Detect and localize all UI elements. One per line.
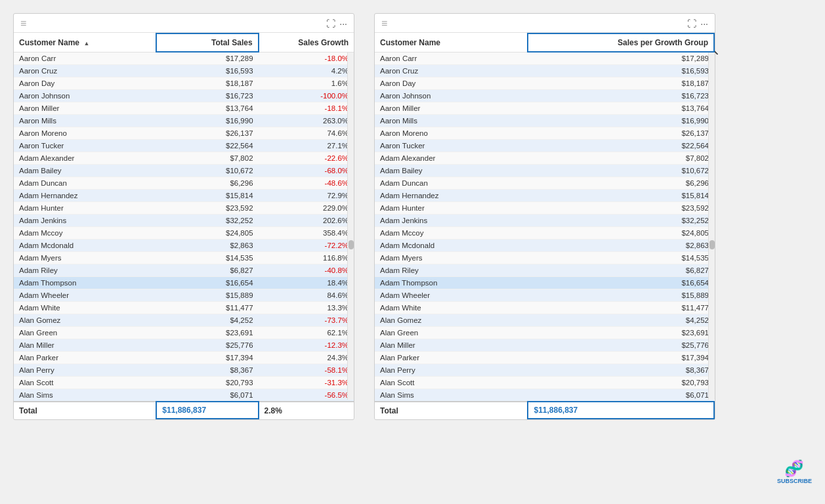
- table2-container: Customer Name Sales per Growth Group Aar…: [375, 33, 715, 419]
- menu-icon-2[interactable]: ···: [700, 18, 708, 29]
- expand-icon-1[interactable]: ⛶: [326, 18, 335, 29]
- subscribe-icon: 🧬: [784, 459, 804, 478]
- table-row[interactable]: Adam Jenkins $32,252 202.6%: [14, 215, 354, 227]
- table-row[interactable]: Alan Perry $8,367: [375, 364, 714, 377]
- subscribe-badge[interactable]: 🧬 SUBSCRIBE: [777, 459, 812, 484]
- table-row[interactable]: Adam Duncan $6,296: [375, 177, 714, 190]
- table-row[interactable]: Aaron Johnson $16,723 -100.0%: [14, 90, 354, 102]
- table-row[interactable]: Adam Myers $14,535 116.8%: [14, 252, 354, 264]
- table-row[interactable]: Adam Hernandez $15,814: [375, 190, 714, 202]
- menu-icon-1[interactable]: ···: [339, 18, 347, 29]
- table-row[interactable]: Adam Thompson $16,654 18.4%: [14, 277, 354, 289]
- growth-cell: 358.4%: [259, 227, 354, 240]
- table-row[interactable]: Alan Scott $20,793: [375, 377, 714, 389]
- col-customer-name-2[interactable]: Customer Name: [375, 33, 528, 52]
- table1-scrollbar[interactable]: [347, 52, 354, 400]
- table2-scrollbar[interactable]: [708, 52, 715, 400]
- table-row[interactable]: Aaron Cruz $16,593 4.2%: [14, 65, 354, 77]
- col-sales-growth[interactable]: Sales Growth: [259, 33, 354, 52]
- table-row[interactable]: Adam Myers $14,535: [375, 252, 714, 264]
- table-row[interactable]: Alan Parker $17,394: [375, 352, 714, 364]
- customer-name-cell: Aaron Mills: [14, 115, 156, 127]
- table-row[interactable]: Adam Bailey $10,672: [375, 165, 714, 177]
- drag-handle-2[interactable]: ≡: [381, 18, 388, 30]
- table1: Customer Name ▲ Total Sales Sales Growth…: [14, 33, 354, 419]
- customer-name-cell: Aaron Moreno: [375, 127, 528, 140]
- table-row[interactable]: Adam Mcdonald $2,863 -72.2%: [14, 240, 354, 252]
- table-row[interactable]: Adam Duncan $6,296 -48.6%: [14, 177, 354, 190]
- table-row[interactable]: Alan Miller $25,776 -12.3%: [14, 339, 354, 352]
- sales-cell: $20,793: [156, 377, 258, 389]
- table2-scrollbar-thumb[interactable]: [709, 240, 715, 249]
- table-row[interactable]: Aaron Tucker $22,564: [375, 140, 714, 152]
- table-row[interactable]: Adam White $11,477: [375, 302, 714, 314]
- table-row[interactable]: Alan Miller $25,776: [375, 339, 714, 352]
- value-cell: $14,535: [528, 252, 714, 264]
- col-customer-name-1[interactable]: Customer Name ▲: [14, 33, 156, 52]
- table-row[interactable]: Aaron Carr $17,289 -18.0%: [14, 52, 354, 65]
- table-row[interactable]: Aaron Johnson $16,723: [375, 90, 714, 102]
- table-row[interactable]: Alan Scott $20,793 -31.3%: [14, 377, 354, 389]
- customer-name-cell: Adam Duncan: [375, 177, 528, 190]
- table-row[interactable]: Aaron Mills $16,990 263.0%: [14, 115, 354, 127]
- table-row[interactable]: Adam Wheeler $15,889: [375, 289, 714, 302]
- drag-handle-1[interactable]: ≡: [20, 18, 27, 30]
- table1-scrollbar-thumb[interactable]: [349, 240, 354, 249]
- table-row[interactable]: Adam Mccoy $24,805 358.4%: [14, 227, 354, 240]
- table-row[interactable]: Adam Jenkins $32,252: [375, 215, 714, 227]
- sales-cell: $6,071: [156, 389, 258, 402]
- table-row[interactable]: Adam Mccoy $24,805: [375, 227, 714, 240]
- customer-name-cell: Alan Scott: [14, 377, 156, 389]
- table-row[interactable]: Adam Alexander $7,802 -22.6%: [14, 152, 354, 165]
- table2-body: Aaron Carr $17,289 Aaron Cruz $16,593 Aa…: [375, 52, 714, 402]
- table-row[interactable]: Adam Hunter $23,592: [375, 202, 714, 215]
- table-row[interactable]: Aaron Day $18,187: [375, 77, 714, 90]
- table-row[interactable]: Aaron Tucker $22,564 27.1%: [14, 140, 354, 152]
- table-row[interactable]: Adam Mcdonald $2,863: [375, 240, 714, 252]
- value-cell: $25,776: [528, 339, 714, 352]
- table1-footer-row: Total $11,886,837 2.8%: [14, 402, 354, 419]
- table-row[interactable]: Alan Sims $6,071: [375, 389, 714, 402]
- sales-cell: $13,764: [156, 102, 258, 115]
- customer-name-cell: Adam Myers: [14, 252, 156, 264]
- value-cell: $6,827: [528, 264, 714, 277]
- table-row[interactable]: Alan Gomez $4,252 -73.7%: [14, 314, 354, 327]
- table-row[interactable]: Adam Hunter $23,592 229.0%: [14, 202, 354, 215]
- table-row[interactable]: Aaron Day $18,187 1.6%: [14, 77, 354, 90]
- customer-name-cell: Aaron Tucker: [14, 140, 156, 152]
- table-row[interactable]: Adam Riley $6,827: [375, 264, 714, 277]
- customer-name-cell: Adam Jenkins: [14, 215, 156, 227]
- table-row[interactable]: Aaron Miller $13,764: [375, 102, 714, 115]
- table-row[interactable]: Aaron Moreno $26,137: [375, 127, 714, 140]
- table-row[interactable]: Alan Parker $17,394 24.3%: [14, 352, 354, 364]
- customer-name-cell: Adam Thompson: [375, 277, 528, 289]
- growth-cell: 27.1%: [259, 140, 354, 152]
- table-row[interactable]: Alan Perry $8,367 -58.1%: [14, 364, 354, 377]
- customer-name-cell: Adam Thompson: [14, 277, 156, 289]
- table-row[interactable]: Alan Green $23,691: [375, 327, 714, 339]
- table-row[interactable]: Aaron Moreno $26,137 74.6%: [14, 127, 354, 140]
- table-row[interactable]: Adam Hernandez $15,814 72.9%: [14, 190, 354, 202]
- col-total-sales[interactable]: Total Sales: [156, 33, 258, 52]
- table-row[interactable]: Adam White $11,477 13.3%: [14, 302, 354, 314]
- expand-icon-2[interactable]: ⛶: [687, 18, 696, 29]
- table-row[interactable]: Alan Gomez $4,252: [375, 314, 714, 327]
- table-row[interactable]: Adam Bailey $10,672 -68.0%: [14, 165, 354, 177]
- table-row[interactable]: Aaron Cruz $16,593: [375, 65, 714, 77]
- customer-name-cell: Aaron Miller: [14, 102, 156, 115]
- table-row[interactable]: Adam Wheeler $15,889 84.6%: [14, 289, 354, 302]
- sales-cell: $6,827: [156, 264, 258, 277]
- table-row[interactable]: Aaron Miller $13,764 -18.1%: [14, 102, 354, 115]
- table1-header: ≡ ⛶ ···: [14, 14, 354, 33]
- col-spgg[interactable]: Sales per Growth Group: [528, 33, 714, 52]
- table-row[interactable]: Aaron Mills $16,990: [375, 115, 714, 127]
- table1-container: Customer Name ▲ Total Sales Sales Growth…: [14, 33, 354, 419]
- sales-cell: $18,187: [156, 77, 258, 90]
- table-row[interactable]: Aaron Carr $17,289: [375, 52, 714, 65]
- value-cell: $6,071: [528, 389, 714, 402]
- table-row[interactable]: Adam Alexander $7,802: [375, 152, 714, 165]
- table-row[interactable]: Alan Sims $6,071 -56.5%: [14, 389, 354, 402]
- table-row[interactable]: Adam Riley $6,827 -40.8%: [14, 264, 354, 277]
- table-row[interactable]: Alan Green $23,691 62.1%: [14, 327, 354, 339]
- table-row[interactable]: Adam Thompson $16,654: [375, 277, 714, 289]
